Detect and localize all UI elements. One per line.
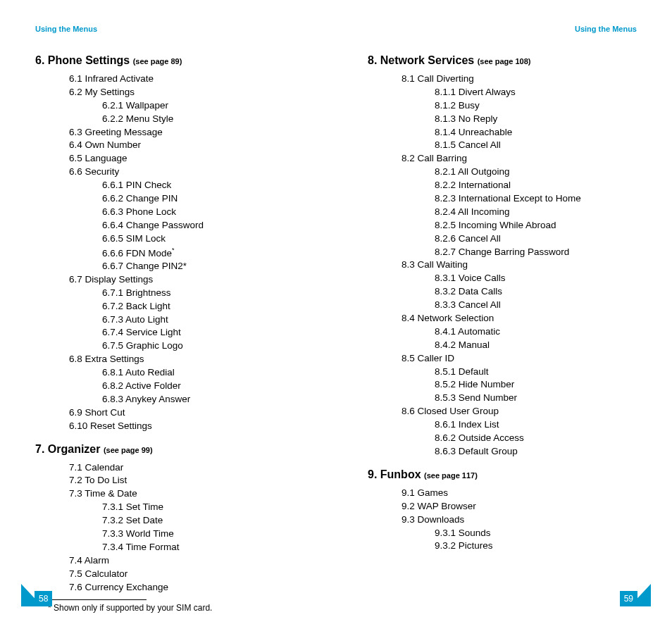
item-label: Network Selection [418, 313, 494, 323]
item-label: Change Barring Password [459, 247, 570, 257]
item-label: Infrared Activate [85, 73, 154, 84]
sublist: 6.6.1 PIN Check6.6.2 Change PIN6.6.3 Pho… [69, 179, 304, 273]
heading-num: 8. [368, 54, 377, 66]
section-heading-7: 7. Organizer (see page 99) [35, 443, 304, 456]
item-label: International Except to Home [459, 193, 581, 204]
item-label: Change Password [126, 220, 204, 230]
item-num: 7.3.3 [102, 528, 126, 539]
item-num: 6.7.4 [102, 327, 126, 337]
item-label: Send Number [459, 392, 517, 403]
item-num: 8.5.2 [435, 379, 459, 389]
item-label: All Incoming [458, 206, 510, 217]
item-label: Hide Number [459, 379, 515, 389]
item-label: Active Folder [125, 380, 181, 391]
list-item: 6.4 Own Number [69, 139, 304, 152]
list-item: 6.6.6 FDN Mode* [102, 246, 304, 260]
list-item: 6.6 Security6.6.1 PIN Check6.6.2 Change … [69, 166, 304, 273]
item-label: Currency Exchange [85, 582, 169, 592]
item-label: Calendar [85, 462, 124, 473]
list-item: 9.3.2 Pictures [435, 540, 637, 553]
item-label: Auto Light [125, 314, 168, 325]
item-label: My Settings [85, 87, 135, 97]
footnote: * Shown only if supported by your SIM ca… [48, 603, 304, 613]
list-item: 6.6.1 PIN Check [102, 179, 304, 192]
item-label: Call Barring [418, 153, 468, 163]
list-item: 8.3.3 Cancel All [435, 299, 637, 312]
list-item: 8.2.6 Cancel All [435, 232, 637, 246]
item-num: 6.6.6 [102, 247, 126, 258]
item-label: Unreachable [459, 127, 513, 137]
item-num: 8.2.6 [435, 233, 459, 244]
list-item: 6.8 Extra Settings6.8.1 Auto Redial6.8.2… [69, 353, 304, 406]
item-num: 8.2.3 [435, 193, 459, 204]
item-label: Alarm [85, 555, 109, 566]
item-label: To Do List [85, 475, 127, 485]
item-num: 8.4.1 [435, 326, 458, 337]
item-label: Calculator [85, 568, 128, 579]
section-6-list: 6.1 Infrared Activate6.2 My Settings6.2.… [35, 73, 304, 433]
item-num: 7.4 [69, 555, 85, 566]
list-item: 7.3.3 World Time [102, 528, 304, 541]
list-item: 8.6.2 Outside Access [435, 432, 637, 445]
list-item: 8.1.5 Cancel All [435, 139, 637, 152]
item-num: 6.7.2 [102, 301, 126, 311]
heading-num: 6. [35, 54, 44, 66]
item-label: All Outgoing [458, 166, 510, 177]
item-num: 8.6.1 [435, 419, 459, 430]
list-item: 8.2.4 All Incoming [435, 206, 637, 219]
item-num: 8.6 [402, 406, 418, 416]
item-num: 6.7 [69, 274, 85, 285]
item-label: Outside Access [459, 432, 524, 443]
heading-num: 7. [35, 443, 44, 455]
item-num: 9.2 [402, 501, 418, 511]
list-item: 8.4.2 Manual [435, 339, 637, 352]
item-label: Brightness [126, 287, 171, 298]
item-num: 9.3.1 [435, 528, 459, 538]
item-num: 6.6.4 [102, 220, 126, 230]
item-num: 8.1 [402, 73, 418, 84]
item-num: 6.1 [69, 73, 85, 84]
list-item: 6.7.1 Brightness [102, 287, 304, 300]
item-label: Call Diverting [418, 73, 474, 84]
page-ref: (see page 89) [133, 57, 182, 66]
item-num: 8.2.1 [435, 166, 458, 177]
list-item: 8.2.5 Incoming While Abroad [435, 219, 637, 232]
list-item: 8.6.3 Default Group [435, 445, 637, 459]
item-label: Time Format [126, 542, 180, 552]
item-num: 8.1.4 [435, 127, 459, 137]
list-item: 8.1.1 Divert Always [435, 86, 637, 99]
list-item: 9.2 WAP Browser [402, 500, 637, 513]
list-item: 6.6.4 Change Password [102, 219, 304, 232]
page-number-left: 58 [35, 591, 52, 606]
section-9-list: 9.1 Games9.2 WAP Browser9.3 Downloads9.3… [368, 487, 637, 553]
list-item: 8.4 Network Selection8.4.1 Automatic8.4.… [402, 312, 637, 352]
section-7-list: 7.1 Calendar7.2 To Do List7.3 Time & Dat… [35, 461, 304, 594]
list-item: 6.6.3 Phone Lock [102, 206, 304, 219]
list-item: 6.9 Short Cut [69, 406, 304, 420]
item-label: Language [85, 153, 127, 163]
list-item: 6.7 Display Settings6.7.1 Brightness6.7.… [69, 273, 304, 353]
item-num: 7.2 [69, 475, 85, 485]
item-num: 6.7.1 [102, 287, 126, 298]
item-num: 6.7.5 [102, 340, 126, 351]
item-num: 8.3.1 [435, 273, 459, 283]
list-item: 8.2.7 Change Barring Password [435, 246, 637, 259]
item-num: 6.9 [69, 407, 85, 418]
sublist: 8.1.1 Divert Always8.1.2 Busy8.1.3 No Re… [402, 86, 637, 152]
item-num: 8.1.3 [435, 113, 459, 124]
list-item: 8.5.2 Hide Number [435, 378, 637, 392]
item-num: 6.7.3 [102, 314, 125, 325]
list-item: 8.1 Call Diverting8.1.1 Divert Always8.1… [402, 73, 637, 152]
item-label: Menu Style [126, 113, 174, 124]
item-num: 7.3.2 [102, 515, 126, 525]
item-label: Cancel All [459, 299, 501, 310]
sublist: 6.8.1 Auto Redial6.8.2 Active Folder6.8.… [69, 366, 304, 406]
item-num: 7.1 [69, 462, 85, 473]
item-num: 7.6 [69, 582, 85, 592]
section-8-list: 8.1 Call Diverting8.1.1 Divert Always8.1… [368, 73, 637, 459]
item-label: Cancel All [459, 233, 501, 244]
item-label: Default [459, 366, 489, 377]
item-num: 8.3.2 [435, 286, 459, 297]
item-label: Back Light [126, 301, 170, 311]
heading-title: Organizer [48, 443, 101, 455]
